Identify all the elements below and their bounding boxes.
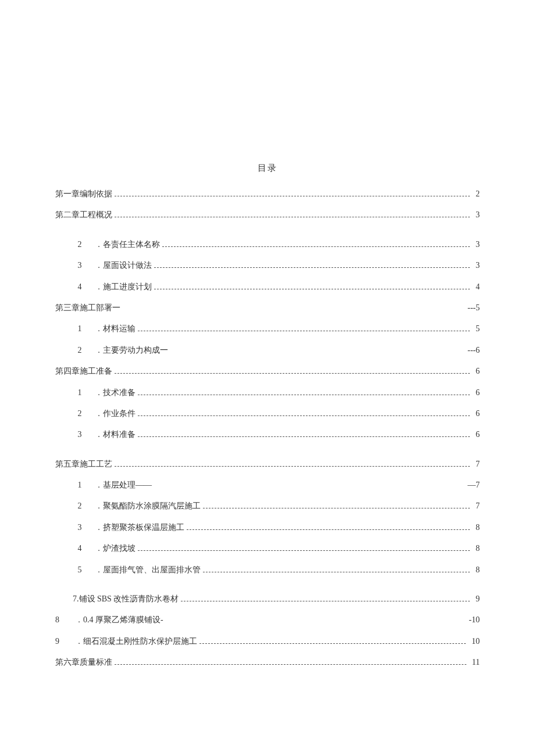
toc-leader-dots — [181, 601, 470, 601]
toc-leader-dots — [203, 572, 470, 572]
toc-entry-number: 3 — [73, 428, 87, 441]
toc-entry: 7.铺设 SBS 改性沥青防水卷材9 — [55, 593, 480, 605]
toc-entry-text: ．屋面排气管、出屋面排水管 — [95, 564, 201, 576]
toc-entry-page: 10 — [472, 635, 480, 648]
toc-entry-text: ．主要劳动力构成一 — [95, 344, 168, 357]
toc-entry: 4．炉渣找坡8 — [55, 542, 480, 555]
toc-entry-page: —7 — [468, 479, 480, 492]
toc-entry-page: 8 — [476, 564, 480, 576]
toc-entry-number: 4 — [73, 281, 87, 293]
toc-leader-dots — [138, 331, 470, 331]
toc-entry-text: ．各责任主体名称 — [95, 238, 160, 251]
toc-entry: 第一章编制依据2 — [55, 188, 480, 200]
toc-leader-dots — [162, 246, 470, 247]
toc-title: 目录 — [55, 163, 480, 174]
toc-gap — [55, 230, 480, 238]
toc-entry: 3．挤塑聚茶板保温层施工8 — [55, 521, 480, 534]
toc-entry: 2．作业条件6 — [55, 407, 480, 420]
toc-leader-dots — [203, 508, 470, 508]
toc-leader-dots — [115, 217, 470, 217]
toc-entry: 9．细石混凝土刚性防水保护层施工10 — [55, 635, 480, 648]
toc-entry-text: ．0.4 厚聚乙烯薄膜铺设- — [75, 614, 163, 626]
toc-entry-page: -10 — [469, 614, 480, 626]
toc-entry: 第三章施工部署一---5 — [55, 302, 480, 314]
toc-entry: 第四章施工准备6 — [55, 365, 480, 378]
toc-entry-page: ---5 — [468, 302, 480, 314]
toc-entry-text: ．技术准备 — [95, 386, 135, 399]
toc-entry: 5．屋面排气管、出屋面排水管8 — [55, 564, 480, 576]
toc-entry-text: ．屋面设计做法 — [95, 259, 152, 272]
toc-entry-text: ．挤塑聚茶板保温层施工 — [95, 521, 184, 534]
toc-entry-page: 4 — [476, 281, 480, 293]
toc-entry-text: ．施工进度计划 — [95, 281, 152, 293]
toc-entry-text: 第四章施工准备 — [55, 365, 112, 378]
toc-entry-page: 6 — [476, 428, 480, 441]
toc-entry-number: 3 — [73, 259, 87, 272]
toc-entry-text: ．作业条件 — [95, 407, 135, 420]
toc-entry: 第五章施工工艺7 — [55, 458, 480, 471]
toc-entry-page: 8 — [476, 521, 480, 534]
toc-entry: 8．0.4 厚聚乙烯薄膜铺设--10 — [55, 614, 480, 626]
toc-entry-page: 7 — [476, 500, 480, 513]
toc-entry-text: ．材料运输 — [95, 323, 135, 335]
toc-entry-number: 2 — [73, 500, 87, 513]
toc-entry-text: ．材料准备 — [95, 428, 135, 441]
toc-entry-page: 11 — [472, 656, 480, 669]
toc-entry: 2．聚氨酯防水涂膜隔汽层施工7 — [55, 500, 480, 513]
toc-leader-dots — [199, 643, 466, 644]
toc-entry-number: 8 — [55, 614, 67, 626]
toc-entry-number: 9 — [55, 635, 67, 648]
toc-leader-dots — [154, 289, 470, 289]
toc-entry-page: 6 — [476, 386, 480, 399]
toc-leader-dots — [115, 373, 470, 374]
toc-leader-dots — [154, 267, 470, 268]
toc-entry: 第二章工程概况3 — [55, 209, 480, 221]
toc-entry-page: 3 — [476, 238, 480, 251]
toc-entry: 4．施工进度计划4 — [55, 281, 480, 293]
toc-entry-page: ---6 — [468, 344, 480, 357]
toc-entry-number: 1 — [73, 479, 87, 492]
toc-leader-dots — [138, 415, 470, 416]
toc-entry-text: ．炉渣找坡 — [95, 542, 135, 555]
toc-entry-number: 4 — [73, 542, 87, 555]
toc-entry-text: ．聚氨酯防水涂膜隔汽层施工 — [95, 500, 201, 513]
toc-entry: 3．材料准备6 — [55, 428, 480, 441]
toc-entry: 2．各责任主体名称3 — [55, 238, 480, 251]
toc-leader-dots — [115, 664, 466, 665]
toc-entry-page: 3 — [476, 259, 480, 272]
toc-entry-page: 9 — [476, 593, 480, 605]
toc-entry: 1．基层处理———7 — [55, 479, 480, 492]
toc-entry-page: 6 — [476, 365, 480, 378]
toc-entry-text: ．基层处理—— — [95, 479, 152, 492]
toc-entry-page: 5 — [476, 323, 480, 335]
toc-leader-dots — [138, 550, 470, 551]
toc-leader-dots — [138, 395, 470, 395]
toc-entry-text: 7.铺设 SBS 改性沥青防水卷材 — [73, 593, 179, 605]
toc-entry-text: 第一章编制依据 — [55, 188, 112, 200]
toc-entry: 2．主要劳动力构成一---6 — [55, 344, 480, 357]
toc-entry-number: 2 — [73, 344, 87, 357]
toc-entry: 3．屋面设计做法3 — [55, 259, 480, 272]
toc-entry-text: ．细石混凝土刚性防水保护层施工 — [75, 635, 197, 648]
toc-entry-page: 2 — [476, 188, 480, 200]
toc-entry-number: 1 — [73, 386, 87, 399]
toc-entry-number: 3 — [73, 521, 87, 534]
toc-entry-number: 2 — [73, 407, 87, 420]
toc-entry-number: 5 — [73, 564, 87, 576]
toc-gap — [55, 450, 480, 458]
toc-leader-dots — [115, 466, 470, 467]
toc-gap — [55, 585, 480, 593]
toc-entry-text: 第六章质量标准 — [55, 656, 112, 669]
toc-entry-number: 2 — [73, 238, 87, 251]
toc-entry-page: 8 — [476, 542, 480, 555]
toc-entry: 第六章质量标准11 — [55, 656, 480, 669]
toc-entry-text: 第三章施工部署一 — [55, 302, 120, 314]
toc-entry-number: 1 — [73, 323, 87, 335]
toc-leader-dots — [115, 196, 470, 196]
toc-entry-text: 第二章工程概况 — [55, 209, 112, 221]
toc-entry-page: 3 — [476, 209, 480, 221]
toc-leader-dots — [138, 436, 470, 437]
toc-entry-page: 7 — [476, 458, 480, 471]
toc-entry: 1．材料运输5 — [55, 323, 480, 335]
toc-entry-text: 第五章施工工艺 — [55, 458, 112, 471]
